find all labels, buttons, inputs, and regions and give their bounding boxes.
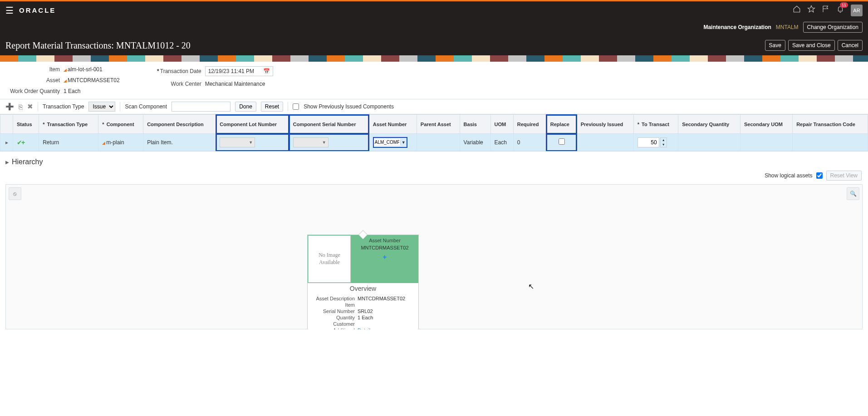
star-icon[interactable] — [807, 5, 815, 15]
cancel-button[interactable]: Cancel — [838, 40, 863, 51]
col-cserial[interactable]: Component Serial Number — [289, 115, 369, 134]
header-left: ☰ ORACLE — [5, 5, 56, 16]
save-button[interactable]: Save — [765, 40, 785, 51]
wc-label: Work Center — [147, 81, 201, 87]
attr-label: Additional Attributes — [311, 328, 355, 329]
cell-ttype: Return — [39, 134, 98, 151]
duplicate-icon[interactable]: ⎘ — [19, 103, 23, 111]
cell-assetnum: ▼ — [369, 134, 417, 151]
cell-basis: Variable — [460, 134, 490, 151]
col-expander — [0, 115, 13, 134]
show-prev-checkbox[interactable] — [293, 103, 299, 110]
col-assetnum[interactable]: Asset Number — [369, 115, 417, 134]
scan-input[interactable] — [172, 102, 230, 112]
col-component[interactable]: * Component — [98, 115, 143, 134]
expand-plus-icon[interactable]: + — [353, 253, 417, 261]
reset-button[interactable]: Reset — [261, 102, 283, 112]
totransact-input[interactable] — [638, 137, 659, 147]
cell-required: 0 — [513, 134, 546, 151]
oracle-logo: ORACLE — [19, 6, 56, 14]
chevron-down-icon[interactable]: ▼ — [400, 140, 407, 145]
cell-secqty — [678, 134, 740, 151]
replace-checkbox[interactable] — [559, 138, 565, 145]
woq-label: Work Order Quantity — [5, 88, 60, 94]
col-cdesc[interactable]: Component Description — [143, 115, 216, 134]
ttype-label: Transaction Type — [43, 103, 84, 110]
bell-icon[interactable]: 11 — [836, 5, 844, 15]
calendar-icon[interactable]: 📅 — [263, 68, 270, 74]
separator — [120, 102, 120, 111]
done-button[interactable]: Done — [235, 102, 256, 112]
ttype-select[interactable]: Issue — [88, 102, 115, 112]
save-close-button[interactable]: Save and Close — [788, 40, 835, 51]
info-wc: Work Center Mechanical Maintenance — [147, 81, 273, 87]
scan-label: Scan Component — [125, 103, 167, 110]
overview-label: Overview — [308, 283, 418, 294]
asset-card-info: Asset Number MNTCDRMASSET02 + — [351, 235, 418, 283]
col-required[interactable]: Required — [513, 115, 546, 134]
assetnum-input[interactable] — [374, 139, 400, 146]
chevron-down-icon: ▼ — [249, 140, 253, 145]
cell-replace — [546, 134, 577, 151]
cell-secuom — [740, 134, 792, 151]
cell-cdesc: Plain Item. — [143, 134, 216, 151]
reset-view-button[interactable]: Reset View — [826, 171, 862, 181]
spinner-up[interactable]: ▲ — [661, 138, 667, 142]
totransact-spinner[interactable]: ▲▼ — [638, 137, 667, 147]
col-totransact[interactable]: * To Transact — [633, 115, 678, 134]
woq-value: 1 Each — [64, 88, 80, 94]
col-secuom[interactable]: Secondary UOM — [740, 115, 792, 134]
asset-card[interactable]: No Image Available Asset Number MNTCDRMA… — [307, 235, 419, 329]
header-right: 11 AR — [793, 5, 863, 16]
transactions-grid: Status * Transaction Type * Component Co… — [0, 114, 868, 152]
avatar[interactable]: AR — [851, 5, 863, 16]
spinner-down[interactable]: ▼ — [661, 142, 667, 147]
serial-value: SRL02 — [358, 308, 373, 314]
hierarchy-header[interactable]: ▶ Hierarchy — [0, 152, 868, 169]
col-ttype[interactable]: * Transaction Type — [39, 115, 98, 134]
tdate-value: 12/19/23 11:41 PM — [208, 68, 254, 74]
row-expander[interactable]: ▸ — [0, 134, 13, 151]
flag-icon[interactable] — [822, 5, 830, 15]
col-status[interactable]: Status — [13, 115, 39, 134]
search-icon[interactable]: 🔍 — [847, 187, 859, 200]
col-basis[interactable]: Basis — [460, 115, 490, 134]
col-replace[interactable]: Replace — [546, 115, 577, 134]
hierarchy-canvas[interactable]: ⦸ 🔍 No Image Available Asset Number MNTC… — [5, 184, 863, 329]
delete-row-icon[interactable]: ✖ — [27, 103, 33, 111]
title-bar: Report Material Transactions: MNTALM1012… — [0, 35, 868, 55]
qty-label: Quantity — [311, 315, 355, 320]
col-clot[interactable]: Component Lot Number — [216, 115, 289, 134]
title-actions: Save Save and Close Cancel — [765, 40, 863, 51]
global-header: ☰ ORACLE 11 AR — [0, 0, 868, 19]
table-row[interactable]: ▸ ✔+ Return ◢m-plain Plain Item. ▼ ▼ ▼ V… — [0, 134, 868, 151]
col-repair[interactable]: Repair Transaction Code — [793, 115, 868, 134]
hamburger-icon[interactable]: ☰ — [5, 5, 14, 16]
show-logical-checkbox[interactable] — [816, 172, 823, 179]
page-title: Report Material Transactions: MNTALM1012… — [5, 40, 191, 51]
col-uom[interactable]: UOM — [490, 115, 513, 134]
desc-label: Asset Description — [311, 296, 355, 301]
maint-org-label: Maintenance Organization — [703, 24, 771, 30]
cust-label: Customer — [311, 321, 355, 327]
col-secqty[interactable]: Secondary Quantity — [678, 115, 740, 134]
tdate-input[interactable]: 12/19/23 11:41 PM 📅 — [205, 66, 273, 76]
hierarchy-title: Hierarchy — [12, 158, 43, 166]
canvas-tools-left: ⦸ — [9, 187, 21, 200]
change-org-button[interactable]: Change Organization — [803, 22, 863, 33]
compass-icon[interactable]: ⦸ — [9, 187, 21, 200]
col-parent[interactable]: Parent Asset — [417, 115, 460, 134]
header-row: Status * Transaction Type * Component Co… — [0, 115, 868, 134]
col-prev[interactable]: Previously Issued — [577, 115, 633, 134]
link-flag-icon: ◢ — [64, 78, 67, 83]
collapse-icon[interactable]: ▶ — [5, 160, 9, 165]
item-card-label: Item — [311, 302, 355, 308]
assetnum-combo[interactable]: ▼ — [373, 137, 407, 148]
notif-badge: 11 — [840, 2, 848, 8]
info-section: Item ◢alm-lot-srl-001 Asset ◢MNTCDRMASSE… — [0, 62, 868, 99]
add-row-icon[interactable]: ➕ — [5, 103, 14, 111]
home-icon[interactable] — [793, 5, 801, 15]
show-logical-label: Show logical assets — [765, 172, 812, 179]
show-prev-label: Show Previously Issued Components — [304, 103, 394, 110]
details-link[interactable]: Details — [358, 328, 373, 329]
